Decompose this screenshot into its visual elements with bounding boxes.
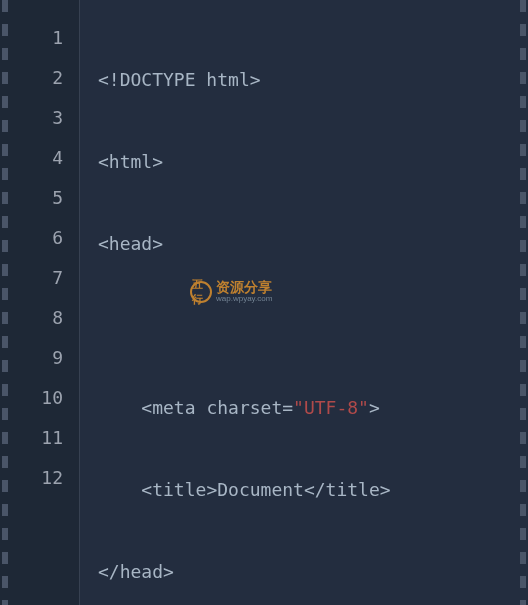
line-number: 4 [0,138,63,178]
meta-tag: <meta charset= [98,397,293,418]
line-number: 5 [0,178,63,218]
doctype-tag: <!DOCTYPE html> [98,69,261,90]
charset-value: "UTF-8" [293,397,369,418]
line-number: 1 [0,18,63,58]
code-line: <html> [98,142,528,182]
line-number: 9 [0,338,63,378]
line-number: 12 [0,458,63,498]
line-number-gutter: 1 2 3 4 5 6 7 8 9 10 11 12 [0,0,80,605]
html-open-tag: <html> [98,151,163,172]
line-number: 8 [0,298,63,338]
code-line: </head> [98,552,528,592]
tag-close: > [369,397,380,418]
window-left-border [2,0,8,605]
code-editor[interactable]: 1 2 3 4 5 6 7 8 9 10 11 12 <!DOCTYPE htm… [0,0,528,605]
line-number: 3 [0,98,63,138]
head-open-tag: <head> [98,233,163,254]
line-number: 7 [0,258,63,298]
code-line: <meta charset="UTF-8"> [98,388,528,428]
line-number: 10 [0,378,63,418]
head-close-tag: </head> [98,561,174,582]
line-number: 11 [0,418,63,458]
code-line: <head> [98,224,528,264]
code-line [98,306,528,346]
line-number: 2 [0,58,63,98]
line-number: 6 [0,218,63,258]
code-area[interactable]: <!DOCTYPE html> <html> <head> <meta char… [80,0,528,605]
code-line: <title>Document</title> [98,470,528,510]
title-tag: <title>Document</title> [98,479,391,500]
code-line: <!DOCTYPE html> [98,60,528,100]
